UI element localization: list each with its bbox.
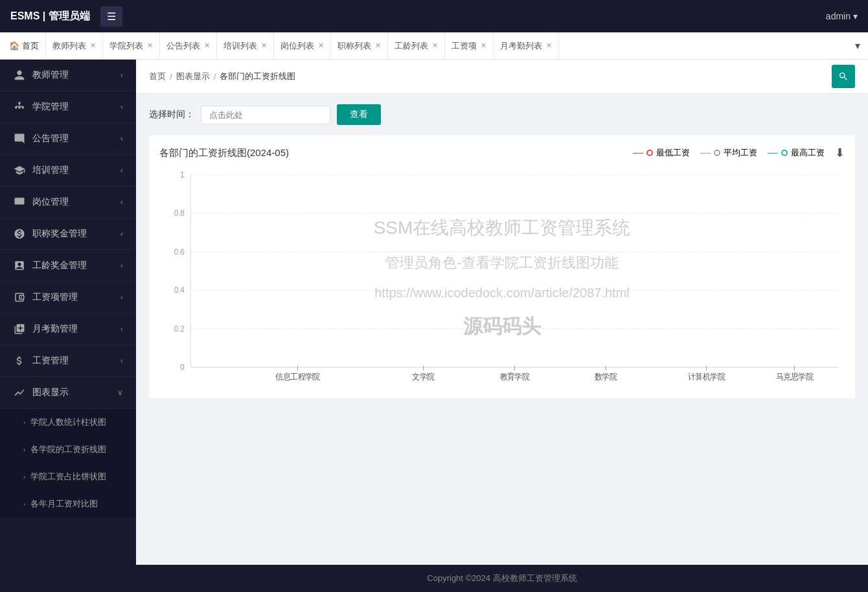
tab-more-button[interactable]: ▾ (850, 40, 865, 52)
svg-text:0.6: 0.6 (174, 247, 185, 256)
sidebar-item-notice-label: 公告管理 (32, 133, 69, 144)
sidebar-sub-charts: › 学院人数统计柱状图 › 各学院的工资折线图 › 学院工资占比饼状图 › 各年… (0, 409, 136, 518)
breadcrumb-sep1: / (170, 72, 172, 82)
legend-avg-dot (714, 150, 720, 156)
tab-seniority-list[interactable]: 工龄列表 ✕ (388, 32, 445, 59)
page-content: 选择时间： 查看 各部门的工资折线图(2024-05) — 最低工资 (136, 94, 868, 565)
tab-notice-list[interactable]: 公告列表 ✕ (160, 32, 217, 59)
sidebar-item-attendance[interactable]: 月考勤管理 ‹ (0, 313, 136, 345)
app-header: ESMS | 管理员端 ☰ admin ▾ (0, 0, 868, 32)
user-menu[interactable]: admin ▾ (826, 11, 858, 21)
sidebar-sub-yearly-salary-compare[interactable]: › 各年月工资对比图 (0, 490, 136, 518)
salary-icon (13, 354, 26, 367)
legend-max-dash: — (768, 147, 778, 159)
arrow-icon-college-salary-pie: › (23, 473, 25, 481)
sidebar-arrow-notice: ‹ (120, 134, 123, 143)
sidebar-sub-college-salary-pie[interactable]: › 学院工资占比饼状图 (0, 463, 136, 490)
content-area: 首页 / 图表显示 / 各部门的工资折线图 选择时间： 查看 各部门的工资折线图… (136, 60, 868, 592)
chart-area: 1 0.8 0.6 0.4 0.2 0 信息 (159, 168, 845, 388)
tab-teacher-list[interactable]: 教师列表 ✕ (46, 32, 103, 59)
org-icon (13, 100, 26, 113)
sidebar-item-salary-item-label: 工资项管理 (32, 291, 78, 303)
breadcrumb-home[interactable]: 首页 (149, 71, 166, 82)
breadcrumb-sep2: / (214, 72, 216, 82)
sidebar-item-seniority-bonus[interactable]: 工龄奖金管理 ‹ (0, 250, 136, 282)
sidebar-item-charts[interactable]: 图表显示 ∨ (0, 377, 136, 409)
sidebar-arrow-salary: ‹ (120, 356, 123, 365)
tab-teacher-list-label: 教师列表 (52, 40, 86, 52)
sidebar-sub-college-salary-line-label: 各学院的工资折线图 (30, 444, 106, 455)
tab-teacher-list-close[interactable]: ✕ (90, 41, 96, 50)
tab-salary-item[interactable]: 工资项 ✕ (445, 32, 494, 59)
legend-min-dash: — (633, 147, 643, 159)
legend-min-label: 最低工资 (656, 147, 690, 159)
sidebar-item-training-label: 培训管理 (32, 165, 69, 176)
arrow-icon-college-bar: › (23, 419, 25, 426)
tab-training-list[interactable]: 培训列表 ✕ (217, 32, 274, 59)
sidebar-arrow-teacher: ‹ (120, 71, 123, 80)
tab-monthly-list-label: 月考勤列表 (500, 40, 542, 52)
sidebar-item-charts-label: 图表显示 (32, 387, 69, 398)
legend-max-dot (781, 150, 788, 156)
breadcrumb-search-button[interactable] (832, 65, 855, 88)
sidebar-sub-college-bar-label: 学院人数统计柱状图 (30, 416, 106, 428)
tab-title-list-close[interactable]: ✕ (375, 41, 381, 50)
sidebar-item-notice[interactable]: 公告管理 ‹ (0, 123, 136, 155)
arrow-icon-college-salary-line: › (23, 446, 25, 453)
filter-label: 选择时间： (149, 109, 194, 120)
sidebar-item-training[interactable]: 培训管理 ‹ (0, 155, 136, 187)
sidebar-item-salary-item[interactable]: 工资项管理 ‹ (0, 282, 136, 313)
tab-monthly-list[interactable]: 月考勤列表 ✕ (494, 32, 559, 59)
legend-max: — 最高工资 (768, 147, 825, 159)
tab-college-list[interactable]: 学院列表 ✕ (103, 32, 160, 59)
chart-box: 各部门的工资折线图(2024-05) — 最低工资 — 平均工资 (149, 135, 855, 398)
breadcrumb-parent[interactable]: 图表显示 (176, 71, 210, 82)
training-icon (13, 164, 26, 177)
sidebar-sub-college-salary-line[interactable]: › 各学院的工资折线图 (0, 436, 136, 463)
chart-title: 各部门的工资折线图(2024-05) (159, 147, 289, 159)
svg-text:马克思学院: 马克思学院 (776, 372, 813, 382)
sidebar-arrow-salary-item: ‹ (120, 293, 123, 302)
tab-position-list[interactable]: 岗位列表 ✕ (274, 32, 331, 59)
svg-rect-8 (15, 198, 25, 205)
tab-training-list-close[interactable]: ✕ (261, 41, 267, 50)
sidebar-arrow-seniority-bonus: ‹ (120, 261, 123, 270)
tab-salary-item-close[interactable]: ✕ (481, 41, 486, 50)
tab-college-list-close[interactable]: ✕ (147, 41, 153, 50)
sidebar-arrow-attendance: ‹ (120, 324, 123, 334)
sidebar-item-college[interactable]: 学院管理 ‹ (0, 91, 136, 123)
tab-position-list-close[interactable]: ✕ (318, 41, 324, 50)
sidebar-arrow-position: ‹ (120, 198, 123, 207)
chart-legend: — 最低工资 — 平均工资 — (633, 147, 825, 159)
sidebar-item-salary[interactable]: 工资管理 ‹ (0, 345, 136, 377)
tab-position-list-label: 岗位列表 (280, 40, 314, 52)
tab-training-list-label: 培训列表 (223, 40, 257, 52)
tab-seniority-list-close[interactable]: ✕ (432, 41, 438, 50)
svg-text:教育学院: 教育学院 (500, 372, 530, 382)
hamburger-button[interactable]: ☰ (100, 6, 122, 27)
sidebar-item-attendance-label: 月考勤管理 (32, 323, 78, 335)
tab-title-list[interactable]: 职称列表 ✕ (331, 32, 388, 59)
svg-text:0.4: 0.4 (174, 286, 185, 295)
view-button[interactable]: 查看 (337, 104, 381, 125)
sidebar-item-title-bonus[interactable]: 职称奖金管理 ‹ (0, 218, 136, 250)
svg-text:1: 1 (180, 170, 185, 179)
legend-min: — 最低工资 (633, 147, 690, 159)
sidebar-item-position-label: 岗位管理 (32, 196, 69, 208)
tab-monthly-list-close[interactable]: ✕ (546, 41, 552, 50)
tab-notice-list-close[interactable]: ✕ (204, 41, 210, 50)
sidebar-sub-college-bar[interactable]: › 学院人数统计柱状图 (0, 409, 136, 436)
time-picker-input[interactable] (201, 106, 330, 124)
download-button[interactable]: ⬇ (835, 146, 845, 160)
legend-avg-dash: — (700, 147, 711, 159)
sidebar-item-position[interactable]: 岗位管理 ‹ (0, 187, 136, 218)
chart-svg: 1 0.8 0.6 0.4 0.2 0 信息 (159, 168, 845, 388)
svg-text:0: 0 (180, 363, 185, 372)
tab-notice-list-label: 公告列表 (166, 40, 200, 52)
sidebar-sub-college-salary-pie-label: 学院工资占比饼状图 (30, 471, 106, 483)
main-layout: 教师管理 ‹ 学院管理 ‹ 公告管理 ‹ (0, 60, 868, 592)
sidebar-item-teacher[interactable]: 教师管理 ‹ (0, 60, 136, 91)
tab-seniority-list-label: 工龄列表 (394, 40, 428, 52)
tab-home[interactable]: 🏠 首页 (3, 32, 46, 59)
legend-max-label: 最高工资 (791, 147, 825, 159)
